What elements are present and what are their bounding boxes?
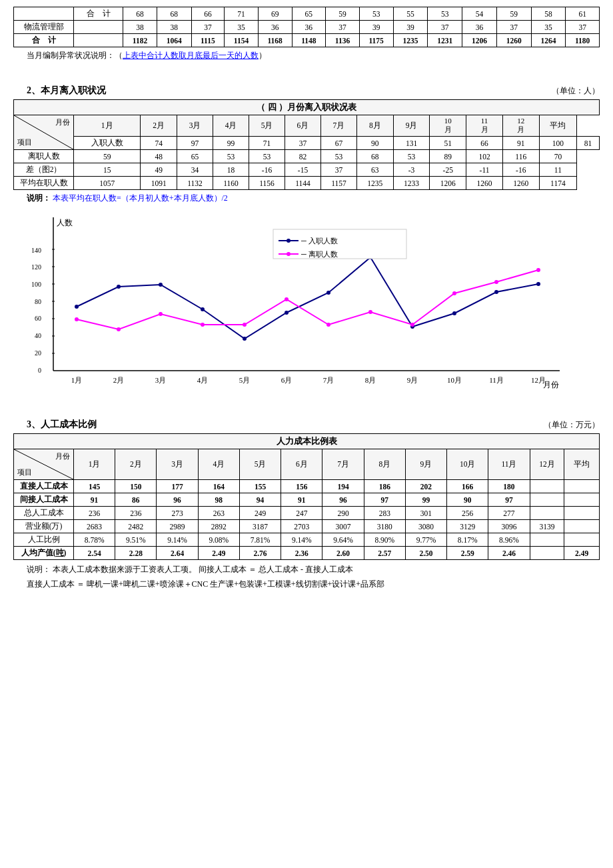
section3-notes: 说明： 本表人工成本数据来源于工资表人工项。 间接人工成本 ＝ 总人工成本 - … — [27, 563, 586, 591]
line-chart: 人数 月份 0 20 40 60 80 100 120 140 1月 2月 3月… — [13, 211, 600, 404]
section2-title: 2、本月离入职状况 — [27, 85, 106, 97]
series1-line — [77, 257, 538, 339]
section2-table-title: （ 四 ）月份离入职状况表 — [14, 100, 600, 115]
svg-point-58 — [287, 252, 291, 256]
svg-point-51 — [452, 291, 456, 295]
svg-point-33 — [201, 307, 205, 311]
svg-point-48 — [326, 323, 330, 327]
diag-bottom: 项目 — [17, 137, 32, 147]
y-axis-label: 人数 — [57, 218, 73, 227]
diag-top: 月份 — [55, 117, 70, 127]
svg-point-40 — [494, 290, 498, 294]
section2-unit: （单位：人） — [552, 85, 600, 97]
section3-note2: 直接人工成本 ＝ 啤机一课+啤机二课+喷涂课＋CNC 生产课+包装课+工模课+线… — [27, 577, 586, 592]
svg-point-32 — [159, 283, 163, 287]
svg-text:10月: 10月 — [447, 376, 462, 384]
svg-text:40: 40 — [35, 332, 41, 339]
top-table-note: 当月编制异常状况说明：（上表中合计人数取月底最后一天的人数） — [27, 50, 600, 61]
section3-table: 人力成本比例表 月份 项目 1月 2月 3月 4月 5月 6月 7月 8月 9月… — [13, 433, 600, 560]
total-label: 合 计 — [14, 34, 74, 47]
svg-text:60: 60 — [35, 315, 41, 322]
svg-text:7月: 7月 — [323, 376, 334, 384]
svg-text:4月: 4月 — [197, 376, 209, 384]
svg-text:140: 140 — [31, 247, 41, 254]
svg-point-42 — [75, 317, 79, 321]
svg-point-47 — [285, 297, 289, 301]
svg-point-30 — [75, 305, 79, 309]
section3-title: 3、人工成本比例 — [27, 419, 97, 431]
svg-text:8月: 8月 — [365, 376, 376, 384]
svg-text:100: 100 — [31, 281, 41, 288]
svg-text:5月: 5月 — [239, 376, 251, 384]
line-chart-container: 人数 月份 0 20 40 60 80 100 120 140 1月 2月 3月… — [13, 211, 600, 407]
legend-series1-label: ─ 入职人数 — [301, 237, 338, 245]
svg-point-35 — [285, 311, 289, 315]
svg-text:0: 0 — [38, 367, 41, 374]
series2-line — [77, 270, 538, 329]
top-summary-table: 合 计 68 68 66 71 69 65 59 53 55 53 54 59 … — [13, 7, 600, 47]
svg-text:6月: 6月 — [281, 376, 293, 384]
svg-text:3月: 3月 — [155, 376, 167, 384]
section2-note: 说明： 本表平均在职人数=（本月初人数+本月底人数）/2 — [27, 193, 600, 204]
svg-point-49 — [368, 310, 372, 314]
s3-diag-top: 月份 — [55, 451, 70, 461]
top-table-note-blue: 上表中合计人数取月底最后一天的人数 — [123, 51, 259, 60]
svg-point-36 — [326, 291, 330, 295]
svg-text:20: 20 — [35, 349, 41, 357]
legend-series2-label: ─ 离职人数 — [301, 250, 338, 258]
svg-text:120: 120 — [31, 263, 41, 271]
section3-note1: 说明： 本表人工成本数据来源于工资表人工项。 间接人工成本 ＝ 总人工成本 - … — [27, 563, 586, 577]
section3-unit: （单位：万元） — [544, 419, 600, 431]
logistics-label: 物流管理部 — [14, 21, 74, 34]
svg-point-43 — [117, 327, 121, 331]
svg-point-46 — [243, 323, 247, 327]
svg-point-53 — [536, 268, 540, 272]
svg-point-52 — [494, 280, 498, 284]
top-label-0: 合 计 — [74, 7, 123, 21]
section3-table-title: 人力成本比例表 — [14, 434, 600, 449]
svg-text:12月: 12月 — [531, 376, 546, 384]
svg-text:9月: 9月 — [407, 376, 418, 384]
section2-table: （ 四 ）月份离入职状况表 月份 项目 1月 2月 3月 4月 5月 6月 7月… — [13, 99, 600, 190]
svg-text:2月: 2月 — [113, 376, 125, 384]
svg-text:1月: 1月 — [71, 376, 83, 384]
s3-diag-bottom: 项目 — [17, 467, 32, 477]
svg-point-31 — [117, 285, 121, 289]
svg-point-39 — [452, 311, 456, 315]
svg-point-50 — [410, 323, 414, 327]
svg-point-45 — [201, 323, 205, 327]
svg-text:80: 80 — [35, 298, 41, 305]
section2-note-text: 本表平均在职人数=（本月初人数+本月底人数）/2 — [53, 193, 228, 203]
svg-point-44 — [159, 312, 163, 316]
svg-point-41 — [536, 282, 540, 286]
svg-point-56 — [287, 239, 291, 243]
svg-point-34 — [243, 337, 247, 341]
svg-text:11月: 11月 — [489, 376, 504, 384]
